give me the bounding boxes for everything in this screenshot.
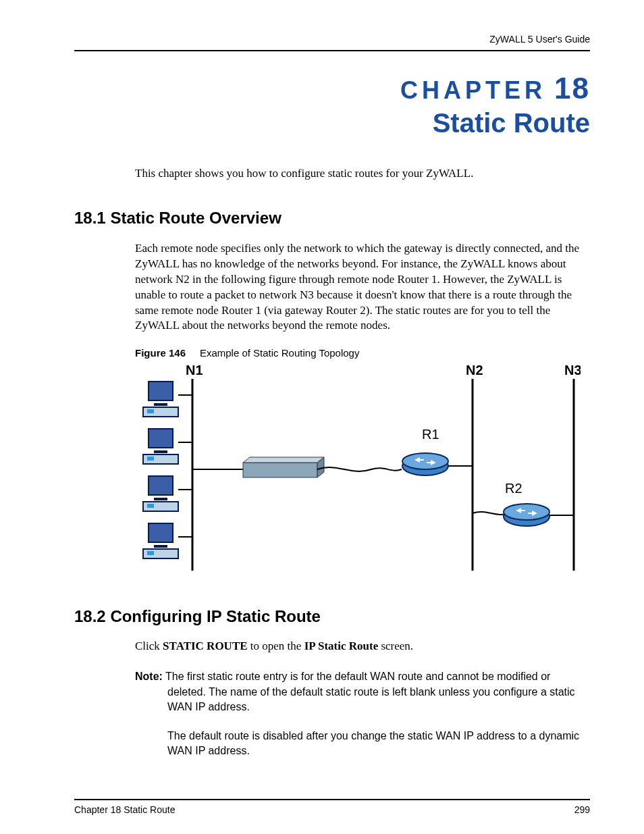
svg-rect-22: [243, 463, 317, 477]
footer-page-number: 299: [574, 804, 590, 815]
chapter-heading: CHAPTER 18 Static Route: [74, 72, 590, 138]
svg-rect-12: [154, 498, 167, 500]
svg-rect-9: [147, 457, 154, 461]
svg-rect-4: [147, 409, 154, 413]
svg-rect-2: [154, 403, 167, 406]
svg-rect-17: [154, 545, 167, 548]
text-bold: STATIC ROUTE: [163, 640, 247, 652]
svg-rect-14: [147, 504, 154, 508]
router-icon: [504, 504, 549, 526]
label-r2: R2: [505, 481, 522, 496]
label-n3: N3: [564, 363, 581, 377]
chapter-number: 18: [554, 72, 590, 105]
section-18-1-body: Each remote node specifies only the netw…: [135, 241, 590, 334]
chapter-label: CHAPTER: [400, 76, 546, 104]
section-18-2-heading: 18.2 Configuring IP Static Route: [74, 607, 590, 626]
pc-icon: [143, 523, 192, 558]
svg-rect-1: [149, 382, 173, 400]
figure-label: Figure 146: [135, 347, 186, 359]
svg-point-30: [504, 504, 549, 520]
text: to open the: [248, 640, 304, 652]
note-text: The default route is disabled after you …: [167, 729, 590, 759]
label-r1: R1: [422, 427, 439, 442]
svg-rect-6: [149, 429, 173, 448]
section-18-1-heading: 18.1 Static Route Overview: [74, 209, 590, 228]
text: Click: [135, 640, 163, 652]
svg-rect-11: [149, 476, 173, 495]
pc-icon: [143, 429, 192, 464]
router-icon: [402, 453, 448, 475]
pc-icon: [143, 382, 192, 417]
figure-topology: N1: [135, 361, 590, 580]
chapter-intro: This chapter shows you how to configure …: [135, 165, 590, 182]
text: screen.: [378, 640, 413, 652]
svg-rect-19: [147, 551, 154, 555]
svg-point-26: [402, 453, 448, 469]
label-n1: N1: [186, 363, 203, 377]
svg-rect-16: [149, 523, 173, 542]
zywall-device-icon: [243, 457, 324, 477]
chapter-title: Static Route: [74, 108, 590, 138]
figure-caption: Figure 146 Example of Static Routing Top…: [135, 347, 590, 359]
note-label: Note:: [135, 671, 163, 682]
figure-caption-text: Example of Static Routing Topology: [200, 347, 360, 359]
footer-chapter: Chapter 18 Static Route: [74, 804, 175, 815]
note-text: The first static route entry is for the …: [163, 671, 575, 712]
svg-rect-7: [154, 450, 167, 453]
label-n2: N2: [466, 363, 483, 377]
text-bold: IP Static Route: [304, 640, 379, 652]
svg-marker-23: [243, 457, 324, 463]
page-header: ZyWALL 5 User's Guide: [74, 34, 590, 51]
click-instruction: Click STATIC ROUTE to open the IP Static…: [135, 640, 590, 653]
page-footer: Chapter 18 Static Route 299: [74, 799, 590, 815]
note-block: Note: The first static route entry is fo…: [135, 669, 590, 758]
pc-icon: [143, 476, 192, 511]
